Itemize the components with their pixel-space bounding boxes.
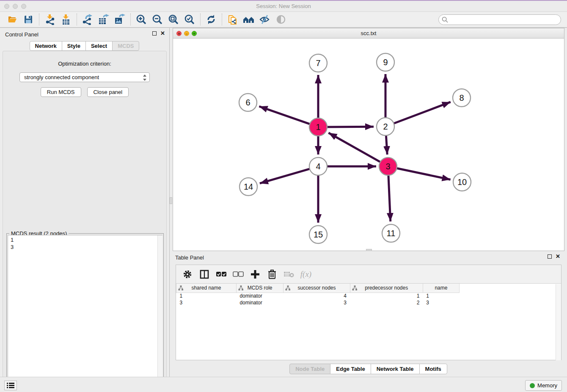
table-row[interactable]: 1dominator411 bbox=[176, 293, 460, 299]
list-icon bbox=[7, 382, 14, 389]
tab-motifs[interactable]: Motifs bbox=[419, 364, 447, 374]
table-cell: dominator bbox=[236, 299, 284, 306]
zoom-fit-button[interactable] bbox=[165, 13, 182, 26]
mcds-result-text[interactable]: 1 3 bbox=[8, 235, 162, 391]
graph-node-label-3: 3 bbox=[385, 162, 390, 171]
vertical-splitter[interactable] bbox=[169, 28, 172, 377]
tab-select[interactable]: Select bbox=[85, 41, 113, 51]
network-graph: 7968124314101511 bbox=[173, 39, 564, 251]
import-network-button[interactable] bbox=[42, 13, 58, 26]
save-session-button[interactable] bbox=[20, 13, 36, 26]
delete-table-button[interactable] bbox=[283, 268, 295, 281]
memory-button[interactable]: Memory bbox=[525, 380, 562, 391]
optimization-criterion-value: strongly connected component bbox=[24, 74, 99, 80]
columns-icon bbox=[199, 269, 209, 279]
graph-node-label-7: 7 bbox=[316, 58, 320, 68]
save-icon bbox=[23, 14, 33, 25]
close-panel-icon[interactable]: ✕ bbox=[160, 31, 165, 36]
plus-icon bbox=[250, 270, 260, 279]
folder-open-icon bbox=[7, 14, 18, 25]
search-input[interactable] bbox=[438, 14, 561, 25]
float-table-panel-icon[interactable] bbox=[548, 254, 552, 259]
open-session-button[interactable] bbox=[4, 13, 20, 26]
tab-edge-table[interactable]: Edge Table bbox=[330, 364, 371, 374]
graph-node-label-9: 9 bbox=[383, 58, 388, 67]
control-panel-title: Control Panel bbox=[5, 31, 39, 38]
delete-column-button[interactable] bbox=[266, 268, 278, 281]
task-history-button[interactable] bbox=[4, 381, 17, 390]
zoom-selected-button[interactable] bbox=[182, 13, 198, 26]
show-column-button[interactable] bbox=[198, 268, 211, 281]
table-panel-tabs: Node Table Edge Table Network Table Moti… bbox=[173, 364, 564, 374]
zoom-out-button[interactable] bbox=[149, 13, 165, 26]
run-mcds-button[interactable]: Run MCDS bbox=[41, 87, 81, 97]
toolbar-separator bbox=[200, 14, 201, 25]
tab-network[interactable]: Network bbox=[30, 41, 62, 51]
first-neighbors-button[interactable] bbox=[241, 13, 257, 26]
import-table-button[interactable] bbox=[58, 13, 74, 26]
column-header-shared-name[interactable]: shared name bbox=[176, 284, 237, 293]
graph-edge-1-2[interactable] bbox=[326, 127, 374, 127]
main-toolbar bbox=[0, 12, 567, 28]
clone-network-icon bbox=[227, 14, 238, 25]
show-all-button[interactable] bbox=[273, 13, 289, 26]
graph-edge-3-1[interactable] bbox=[328, 133, 381, 163]
column-header-mcds-role[interactable]: MCDS role bbox=[236, 284, 284, 293]
table-settings-button[interactable] bbox=[181, 268, 194, 281]
tab-network-table[interactable]: Network Table bbox=[371, 364, 420, 374]
graph-edge-2-3[interactable] bbox=[386, 135, 387, 155]
graph-node-label-6: 6 bbox=[245, 98, 250, 107]
check-all-icon bbox=[216, 271, 227, 277]
table-cell: 1 bbox=[423, 293, 459, 299]
column-header-predecessor-nodes[interactable]: predecessor nodes bbox=[350, 284, 423, 293]
export-image-icon bbox=[114, 14, 126, 25]
column-tree-icon bbox=[178, 285, 184, 292]
float-panel-icon[interactable] bbox=[152, 31, 157, 36]
close-table-panel-icon[interactable]: ✕ bbox=[556, 254, 560, 259]
toolbar-separator bbox=[130, 14, 131, 25]
optimization-criterion-select[interactable]: strongly connected component bbox=[19, 72, 150, 82]
graph-node-label-10: 10 bbox=[457, 177, 467, 187]
graph-edge-2-8[interactable] bbox=[393, 102, 451, 124]
control-panel-header: Control Panel ✕ bbox=[0, 28, 169, 41]
table-row[interactable]: 3dominator323 bbox=[176, 299, 460, 306]
export-image-button[interactable] bbox=[112, 13, 128, 26]
tab-style[interactable]: Style bbox=[62, 41, 86, 51]
column-header-name[interactable]: name bbox=[423, 284, 459, 293]
eye-icon bbox=[275, 14, 286, 25]
splitter-grip[interactable] bbox=[170, 197, 172, 204]
column-header-successor-nodes[interactable]: successor nodes bbox=[284, 284, 350, 293]
table-toolbar: f(x) bbox=[176, 265, 561, 284]
zoom-in-button[interactable] bbox=[133, 13, 149, 26]
apply-layout-button[interactable] bbox=[203, 13, 219, 26]
tab-mcds[interactable]: MCDS bbox=[112, 41, 139, 51]
create-column-button[interactable] bbox=[249, 268, 261, 281]
graph-edge-3-11[interactable] bbox=[388, 174, 391, 221]
network-view-titlebar: ✕ – + scc.txt bbox=[173, 28, 564, 39]
mcds-result-group: MCDS result (2 nodes) 1 3 bbox=[6, 233, 164, 392]
deselect-all-button[interactable] bbox=[232, 268, 245, 281]
graph-edge-1-6[interactable] bbox=[259, 106, 311, 124]
export-network-button[interactable] bbox=[80, 13, 96, 26]
graph-edge-4-14[interactable] bbox=[260, 168, 311, 183]
status-bar: Memory bbox=[0, 377, 567, 392]
graph-edge-3-10[interactable] bbox=[396, 168, 451, 179]
export-table-button[interactable] bbox=[96, 13, 112, 26]
close-panel-button[interactable]: Close panel bbox=[87, 87, 129, 97]
zoom-in-icon bbox=[136, 14, 147, 25]
refresh-icon bbox=[206, 14, 217, 25]
graph-node-label-11: 11 bbox=[387, 229, 396, 238]
hide-selected-button[interactable] bbox=[257, 13, 273, 26]
table-content-box: f(x) shared name MCDS role successor nod… bbox=[176, 265, 561, 360]
network-view-title: scc.txt bbox=[173, 30, 564, 36]
select-all-button[interactable] bbox=[215, 268, 228, 281]
import-table-icon bbox=[61, 14, 72, 25]
table-scrollbar[interactable] bbox=[556, 284, 561, 360]
result-scrollbar[interactable] bbox=[157, 235, 162, 391]
table-panel: Table Panel ✕ f(x) shared bbox=[173, 251, 564, 377]
tab-node-table[interactable]: Node Table bbox=[289, 364, 330, 374]
function-builder-button[interactable]: f(x) bbox=[300, 268, 312, 281]
network-canvas[interactable]: 7968124314101511 bbox=[173, 39, 564, 251]
clone-network-button[interactable] bbox=[225, 13, 241, 26]
toolbar-separator bbox=[77, 14, 77, 25]
